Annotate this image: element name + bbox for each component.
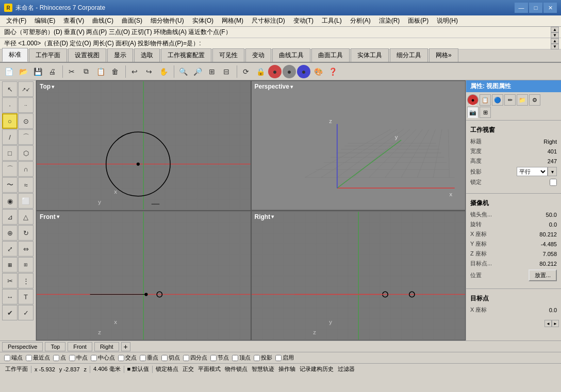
analysis-tool[interactable]: ✔ [2, 305, 18, 320]
prop-tab-camera-icon[interactable]: 📷 [467, 107, 478, 118]
trim-tool[interactable]: ✂ [2, 273, 18, 288]
print-button[interactable]: 🖨 [45, 65, 59, 78]
snap-endpoint-cb[interactable] [4, 355, 10, 361]
menu-item-e[interactable]: 编辑(E) [30, 15, 59, 26]
view-tab-add[interactable]: + [121, 342, 130, 351]
status-lockgrid[interactable]: 锁定格点 [154, 365, 180, 373]
snap-center-cb[interactable] [91, 355, 97, 361]
array-tool[interactable]: ▦ [2, 257, 18, 272]
ribbon-tab-1[interactable]: 工作平面 [29, 48, 67, 62]
move-tool[interactable]: ⊕ [2, 225, 18, 241]
snap-near-cb[interactable] [26, 355, 32, 361]
snap-button[interactable]: 🔒 [254, 65, 267, 78]
ribbon-tab-6[interactable]: 可见性 [212, 48, 244, 62]
viewport-right-label[interactable]: Right ▾ [255, 213, 274, 220]
prop-tab-folder[interactable]: 📁 [517, 94, 528, 106]
zoom-in-button[interactable]: 🔍 [176, 65, 190, 78]
menu-item-t[interactable]: 变动(T) [289, 15, 318, 26]
polyline-tool[interactable]: ⌒ [18, 129, 34, 145]
zoom-out-button[interactable]: 🔎 [191, 65, 204, 78]
viewport-perspective-dropdown[interactable]: ▾ [290, 84, 293, 90]
viewport-top-label[interactable]: Top ▾ [40, 83, 54, 90]
mirror-tool[interactable]: ⇔ [18, 241, 34, 257]
snap-vertex-cb[interactable] [232, 355, 238, 361]
status-snap[interactable]: 物件锁点 [223, 365, 250, 373]
transform-button[interactable]: ⟳ [239, 65, 253, 78]
status-plane[interactable]: 平面模式 [196, 365, 223, 373]
status-gumball[interactable]: 智慧轨迹 [250, 365, 276, 373]
dimension-tool[interactable]: ↔ [2, 289, 18, 304]
projection-dropdown[interactable]: ▾ [548, 167, 557, 176]
view-tab-perspective[interactable]: Perspective [2, 342, 43, 351]
menu-item-p[interactable]: 面板(P) [404, 15, 433, 26]
ribbon-tab-12[interactable]: 网格» [429, 48, 458, 62]
viewport-front-dropdown[interactable]: ▾ [57, 214, 59, 219]
viewport-top[interactable]: Top ▾ y [36, 80, 251, 211]
minimize-button[interactable]: — [515, 3, 528, 13]
scale-tool[interactable]: ⤢ [2, 241, 18, 257]
viewport-perspective[interactable]: Perspective ▾ [251, 80, 466, 211]
material-button[interactable]: ● [283, 65, 296, 78]
menu-item-h[interactable]: 说明(H) [433, 15, 462, 26]
delete-button[interactable]: 🗑 [108, 65, 122, 78]
arc2-tool[interactable]: ∩ [18, 161, 34, 177]
menu-item-v[interactable]: 查看(V) [59, 15, 88, 26]
panel-scroll-right[interactable]: ► [552, 320, 559, 327]
maximize-button[interactable]: □ [529, 3, 542, 13]
viewport-front[interactable]: Front ▾ z x [36, 211, 251, 341]
color-button[interactable]: ● [268, 65, 282, 78]
view-tab-front[interactable]: Front [68, 342, 92, 351]
menu-item-s[interactable]: 曲面(S) [118, 15, 146, 26]
circle-tool[interactable]: ○ [2, 113, 18, 129]
menu-item-d[interactable]: 尺寸标注(D) [248, 15, 289, 26]
view-tab-right[interactable]: Right [94, 342, 119, 351]
select-tool[interactable]: ↖ [2, 81, 18, 97]
freeform2-tool[interactable]: ≈ [18, 177, 34, 193]
freeform-tool[interactable]: 〜 [2, 177, 18, 193]
status-workplane[interactable]: 工作平面 [3, 365, 30, 373]
close-button[interactable]: ✕ [543, 3, 557, 13]
paste-button[interactable]: 📋 [94, 65, 107, 78]
menu-item-l[interactable]: 工具(L) [318, 15, 346, 26]
viewport-right[interactable]: Right ▾ z y [251, 211, 466, 341]
multipoint-tool[interactable]: ·· [18, 97, 34, 113]
zoom-sel-button[interactable]: ⊟ [220, 65, 233, 78]
extrude-tool[interactable]: ⊿ [2, 209, 18, 225]
snap-perp-cb[interactable] [140, 355, 146, 361]
new-button[interactable]: 📄 [2, 65, 15, 78]
menu-item-m[interactable]: 网格(M) [218, 15, 248, 26]
prop-tab-options[interactable]: ⚙ [529, 94, 540, 106]
help-button[interactable]: ❓ [326, 65, 339, 78]
snap-project-cb[interactable] [254, 355, 260, 361]
ribbon-tab-8[interactable]: 曲线工具 [272, 48, 310, 62]
status-filter[interactable]: 过滤器 [336, 365, 357, 373]
arc-tool[interactable]: ⌒ [2, 161, 18, 177]
prop-tab-object[interactable]: 📋 [480, 94, 491, 106]
render-view-tool[interactable]: ✓ [18, 305, 34, 320]
viewport-top-dropdown[interactable]: ▾ [52, 84, 54, 90]
save-button[interactable]: 💾 [31, 65, 44, 78]
menu-item-a[interactable]: 分析(A) [346, 15, 375, 26]
open-button[interactable]: 📂 [16, 65, 30, 78]
menu-item-r[interactable]: 渲染(R) [375, 15, 404, 26]
status-history[interactable]: 记录建构历史 [298, 365, 336, 373]
cut-button[interactable]: ✂ [65, 65, 78, 78]
viewport-right-dropdown[interactable]: ▾ [271, 214, 274, 219]
scroll-up-2[interactable]: ▲ [551, 38, 559, 44]
view-tab-top[interactable]: Top [45, 342, 65, 351]
render2-button[interactable]: 🎨 [311, 65, 325, 78]
pan-button[interactable]: ✋ [157, 65, 170, 78]
circle2-tool[interactable]: ⊙ [18, 113, 34, 129]
loft-tool[interactable]: △ [18, 209, 34, 225]
rectangle-tool[interactable]: □ [2, 145, 18, 161]
select2-tool[interactable]: ↗↙ [18, 81, 34, 97]
snap-knot-cb[interactable] [210, 355, 217, 361]
ribbon-tab-4[interactable]: 选取 [134, 48, 160, 62]
status-ortho[interactable]: 正交 [180, 365, 196, 373]
polygon-tool[interactable]: ⬡ [18, 145, 34, 161]
sphere-tool[interactable]: ◉ [2, 193, 18, 209]
snap-mid-cb[interactable] [69, 355, 75, 361]
snap-intersect-cb[interactable] [118, 355, 124, 361]
viewport-front-label[interactable]: Front ▾ [40, 213, 59, 220]
ribbon-tab-0[interactable]: 标准 [2, 48, 28, 62]
